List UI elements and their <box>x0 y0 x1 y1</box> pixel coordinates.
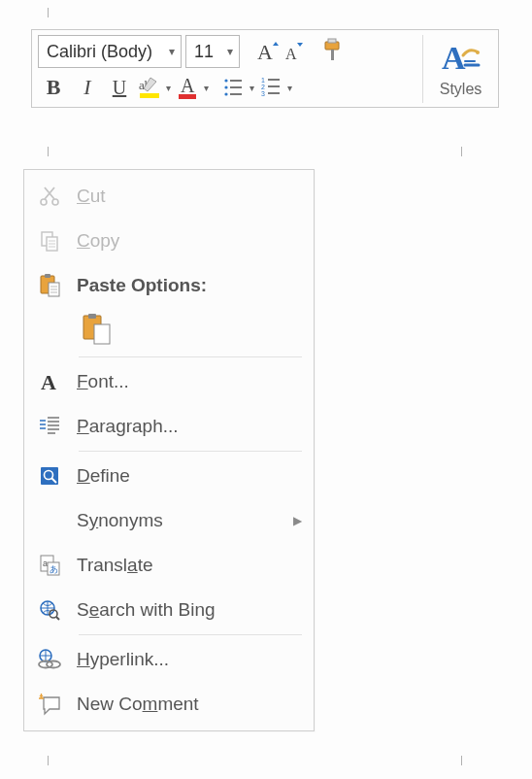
highlight-icon: ab <box>137 74 164 101</box>
menu-label: Search with Bing <box>77 599 302 621</box>
hyperlink-icon <box>37 648 62 671</box>
svg-text:A: A <box>285 46 297 62</box>
svg-point-14 <box>224 92 227 95</box>
svg-text:a: a <box>43 559 48 568</box>
numbering-icon: 1 2 3 <box>260 76 283 99</box>
menu-label: Define <box>77 465 302 487</box>
menu-label: Translate <box>77 555 302 576</box>
menu-item-search-bing[interactable]: Search with Bing <box>26 588 312 632</box>
svg-rect-19 <box>268 85 280 87</box>
bullets-icon <box>222 76 246 99</box>
svg-rect-9 <box>179 94 196 99</box>
menu-item-translate[interactable]: a あ Translate <box>26 543 312 588</box>
format-painter-button[interactable] <box>319 36 349 67</box>
define-icon <box>38 464 61 488</box>
svg-text:3: 3 <box>261 90 265 97</box>
menu-label: Cut <box>77 186 302 207</box>
paste-icon <box>37 273 62 298</box>
svg-text:あ: あ <box>50 564 58 574</box>
svg-rect-11 <box>230 80 242 82</box>
font-color-button[interactable]: A <box>175 72 202 103</box>
menu-item-hyperlink[interactable]: Hyperlink... <box>26 637 312 682</box>
svg-rect-21 <box>268 92 280 94</box>
menu-item-paragraph[interactable]: Paragraph... <box>26 404 312 449</box>
svg-text:1: 1 <box>261 77 265 84</box>
scissors-icon <box>38 185 61 208</box>
search-web-icon <box>38 598 61 622</box>
font-name-combo[interactable]: ▾ <box>38 35 182 68</box>
menu-item-define[interactable]: Define <box>26 454 312 498</box>
svg-rect-13 <box>230 86 242 88</box>
paste-keep-source-button[interactable] <box>77 310 117 349</box>
menu-item-synonyms[interactable]: Synonyms ▶ <box>26 498 312 543</box>
copy-icon <box>38 229 61 253</box>
svg-rect-17 <box>268 79 280 81</box>
bold-button[interactable]: B <box>38 72 69 103</box>
svg-point-12 <box>224 85 227 88</box>
menu-item-font[interactable]: A Font... <box>26 359 312 404</box>
menu-label: New Comment <box>77 694 302 715</box>
font-icon: A <box>38 370 61 393</box>
svg-text:A: A <box>181 75 195 96</box>
chevron-down-icon[interactable]: ▾ <box>164 83 171 93</box>
svg-point-24 <box>41 199 47 205</box>
grow-font-button[interactable]: A <box>253 36 281 67</box>
svg-text:A: A <box>257 40 273 64</box>
italic-button[interactable]: I <box>73 72 102 103</box>
chevron-down-icon[interactable]: ▾ <box>163 45 181 58</box>
styles-label: Styles <box>440 81 482 98</box>
svg-text:A: A <box>41 370 56 393</box>
font-size-input[interactable] <box>186 42 221 62</box>
svg-rect-5 <box>328 39 336 43</box>
svg-marker-1 <box>273 42 279 46</box>
svg-rect-7 <box>140 93 159 98</box>
svg-point-45 <box>47 661 60 668</box>
font-name-input[interactable] <box>39 42 163 62</box>
svg-point-23 <box>476 51 480 54</box>
paste-keep-source-icon <box>82 313 113 346</box>
format-painter-icon <box>319 37 349 66</box>
menu-item-new-comment[interactable]: New Comment <box>26 682 312 727</box>
svg-text:2: 2 <box>261 84 265 90</box>
svg-point-10 <box>224 79 227 82</box>
svg-rect-29 <box>45 274 50 278</box>
paragraph-icon <box>38 415 61 438</box>
numbering-button[interactable]: 1 2 3 <box>258 72 285 103</box>
font-size-combo[interactable]: ▾ <box>185 35 240 68</box>
new-comment-icon <box>37 693 62 716</box>
menu-label: Copy <box>77 230 302 252</box>
svg-rect-33 <box>94 324 110 344</box>
svg-rect-15 <box>230 93 242 95</box>
grow-font-icon: A <box>253 38 281 65</box>
menu-label: Paste Options: <box>77 275 302 296</box>
chevron-down-icon[interactable]: ▾ <box>248 83 254 93</box>
menu-item-paste-options[interactable]: Paste Options: <box>26 263 312 308</box>
styles-button[interactable]: A Styles <box>422 35 492 103</box>
svg-text:A: A <box>442 40 466 76</box>
underline-button[interactable]: U <box>106 72 133 103</box>
svg-rect-32 <box>88 314 96 319</box>
menu-label: Hyperlink... <box>77 649 302 670</box>
menu-label: Font... <box>77 371 302 392</box>
context-menu: Cut Copy Paste Options: <box>23 169 315 731</box>
shrink-font-icon: A <box>282 38 307 65</box>
svg-point-25 <box>52 199 58 205</box>
font-color-icon: A <box>175 74 202 101</box>
paste-options-row <box>26 308 312 355</box>
chevron-down-icon[interactable]: ▾ <box>285 83 292 93</box>
menu-label: Paragraph... <box>77 416 302 437</box>
menu-item-copy: Copy <box>26 219 312 263</box>
menu-label: Synonyms <box>77 510 282 531</box>
translate-icon: a あ <box>38 554 61 577</box>
underline-icon: U <box>113 77 126 99</box>
svg-marker-3 <box>297 43 303 47</box>
chevron-down-icon[interactable]: ▾ <box>221 45 239 58</box>
styles-icon: A <box>440 40 482 79</box>
menu-item-cut: Cut <box>26 174 312 219</box>
submenu-arrow-icon: ▶ <box>293 514 302 527</box>
chevron-down-icon[interactable]: ▾ <box>202 83 209 93</box>
mini-toolbar: ▾ ▾ A A <box>31 29 499 108</box>
highlight-button[interactable]: ab <box>137 72 164 103</box>
shrink-font-button[interactable]: A <box>281 36 308 67</box>
bullets-button[interactable] <box>220 72 248 103</box>
